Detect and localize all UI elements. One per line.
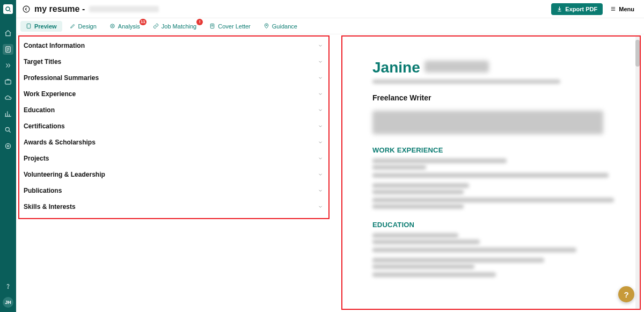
- section-row-awards[interactable]: Awards & Scholarships: [19, 134, 328, 150]
- tab-preview[interactable]: Preview: [20, 21, 62, 32]
- tab-badge: 11: [140, 19, 147, 25]
- chevron-down-icon: [318, 75, 323, 81]
- section-row-projects[interactable]: Projects: [19, 150, 328, 166]
- section-row-certifications[interactable]: Certifications: [19, 118, 328, 134]
- resume-work-line: [372, 165, 426, 170]
- menu-icon: [610, 6, 616, 12]
- sidebar-target[interactable]: [3, 141, 13, 151]
- section-label: Work Experience: [24, 90, 76, 98]
- chevron-down-icon: [318, 43, 323, 48]
- section-label: Contact Information: [24, 42, 85, 49]
- export-label: Export PDF: [565, 6, 597, 12]
- document-icon: [26, 23, 32, 29]
- tab-design[interactable]: Design: [64, 21, 102, 32]
- svg-point-4: [5, 143, 10, 148]
- resume-name: Janine: [372, 59, 610, 76]
- tab-coverletter[interactable]: Cover Letter: [204, 21, 256, 32]
- chevron-down-icon: [318, 59, 323, 64]
- section-row-volunteering[interactable]: Volunteering & Leadership: [19, 166, 328, 183]
- tab-label: Guidance: [272, 23, 297, 30]
- section-label: Education: [24, 106, 55, 114]
- tab-guidance[interactable]: Guidance: [258, 21, 303, 32]
- sidebar-help[interactable]: [3, 281, 13, 292]
- chevron-down-icon: [318, 124, 323, 129]
- section-row-work[interactable]: Work Experience: [19, 86, 328, 102]
- sections-panel: Contact Information Target Titles Profes…: [18, 35, 330, 219]
- link-icon: [153, 23, 159, 29]
- resume-section-education: EDUCATION: [372, 221, 610, 229]
- export-pdf-button[interactable]: Export PDF: [551, 3, 603, 15]
- section-label: Certifications: [24, 122, 65, 130]
- page-title-prefix: my resume -: [34, 4, 85, 14]
- download-icon: [557, 6, 562, 12]
- menu-button[interactable]: Menu: [607, 3, 638, 15]
- resume-work-line: [372, 158, 507, 163]
- resume-edu-line: [372, 233, 458, 238]
- sidebar-stats[interactable]: [3, 108, 13, 119]
- section-label: Professional Summaries: [24, 74, 99, 82]
- svg-point-12: [266, 25, 267, 26]
- tab-jobmatching[interactable]: Job Matching !: [148, 21, 202, 32]
- tab-badge: !: [196, 19, 203, 25]
- tab-analysis[interactable]: Analysis 11: [104, 21, 145, 32]
- chevron-down-icon: [318, 156, 323, 161]
- back-icon[interactable]: [23, 5, 30, 13]
- chevron-down-icon: [318, 188, 323, 193]
- sidebar-briefcase[interactable]: [3, 76, 13, 87]
- section-row-contact[interactable]: Contact Information: [19, 38, 328, 54]
- menu-label: Menu: [619, 6, 634, 12]
- tab-label: Cover Letter: [218, 23, 251, 30]
- svg-point-5: [7, 145, 9, 147]
- svg-point-3: [5, 127, 9, 131]
- svg-rect-8: [27, 24, 30, 28]
- app-logo[interactable]: [3, 4, 13, 14]
- chevron-down-icon: [318, 140, 323, 145]
- sidebar-document[interactable]: [3, 44, 13, 55]
- chevron-down-icon: [318, 204, 323, 209]
- section-label: Volunteering & Leadership: [24, 171, 105, 178]
- resume-section-work: WORK EXPERIENCE: [372, 146, 610, 154]
- resume-work-line: [372, 183, 469, 188]
- tab-label: Preview: [34, 23, 57, 30]
- avatar-initials: JH: [5, 300, 11, 305]
- page-title-blurred: [89, 6, 159, 12]
- preview-scrollbar[interactable]: [635, 37, 640, 309]
- section-row-publications[interactable]: Publications: [19, 183, 328, 199]
- help-fab[interactable]: ?: [618, 286, 634, 302]
- resume-last-name-blurred: [425, 61, 489, 72]
- sidebar-home[interactable]: [3, 28, 13, 39]
- section-row-education[interactable]: Education: [19, 102, 328, 118]
- resume-edu-line: [372, 264, 474, 269]
- location-icon: [264, 23, 269, 29]
- resume-edu-line: [372, 272, 496, 277]
- letter-icon: [209, 23, 215, 29]
- sidebar-expand[interactable]: [3, 60, 13, 71]
- resume-summary-blurred: [372, 111, 603, 134]
- tab-label: Analysis: [118, 23, 140, 30]
- section-label: Publications: [24, 187, 62, 194]
- editor-tabs: Preview Design Analysis 11 Job Matching …: [16, 18, 644, 34]
- resume-edu-line: [372, 240, 480, 244]
- section-row-skills[interactable]: Skills & Interests: [19, 199, 328, 215]
- preview-scrollbar-thumb[interactable]: [635, 40, 640, 67]
- chevron-down-icon: [318, 172, 323, 177]
- resume-first-name: Janine: [372, 59, 420, 76]
- user-avatar[interactable]: JH: [3, 297, 13, 308]
- tab-label: Design: [78, 23, 97, 30]
- question-icon: ?: [624, 290, 628, 299]
- svg-point-7: [23, 6, 30, 12]
- left-sidebar: JH: [0, 0, 16, 312]
- pencil-icon: [70, 23, 76, 29]
- resume-edu-line: [372, 258, 544, 263]
- resume-work-line: [372, 204, 464, 209]
- svg-point-10: [112, 25, 113, 27]
- resume-work-line: [372, 173, 609, 178]
- sidebar-search[interactable]: [3, 125, 13, 135]
- chevron-down-icon: [318, 91, 323, 97]
- sidebar-cloud[interactable]: [3, 92, 13, 103]
- section-row-summaries[interactable]: Professional Summaries: [19, 70, 328, 86]
- resume-work-line: [372, 190, 464, 194]
- section-row-target-titles[interactable]: Target Titles: [19, 54, 328, 70]
- resume-preview-panel: Janine Freelance Writer WORK EXPERIENCE …: [341, 35, 641, 310]
- section-label: Skills & Interests: [24, 203, 76, 211]
